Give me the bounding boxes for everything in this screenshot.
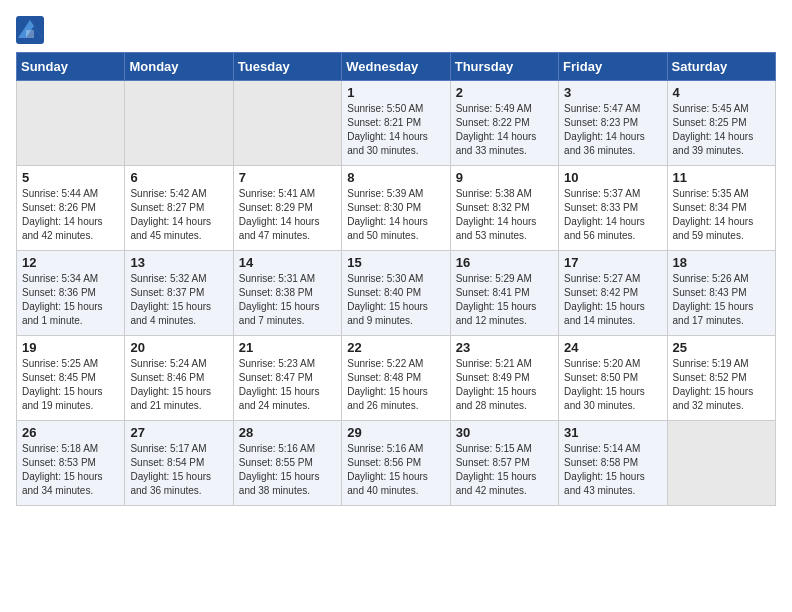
cell-content: Sunrise: 5:50 AM Sunset: 8:21 PM Dayligh… bbox=[347, 102, 444, 158]
day-number: 26 bbox=[22, 425, 119, 440]
header-day: Friday bbox=[559, 53, 667, 81]
cell-content: Sunrise: 5:24 AM Sunset: 8:46 PM Dayligh… bbox=[130, 357, 227, 413]
day-number: 8 bbox=[347, 170, 444, 185]
calendar-cell: 31Sunrise: 5:14 AM Sunset: 8:58 PM Dayli… bbox=[559, 421, 667, 506]
cell-content: Sunrise: 5:17 AM Sunset: 8:54 PM Dayligh… bbox=[130, 442, 227, 498]
calendar-cell: 5Sunrise: 5:44 AM Sunset: 8:26 PM Daylig… bbox=[17, 166, 125, 251]
calendar-cell: 15Sunrise: 5:30 AM Sunset: 8:40 PM Dayli… bbox=[342, 251, 450, 336]
calendar-cell: 26Sunrise: 5:18 AM Sunset: 8:53 PM Dayli… bbox=[17, 421, 125, 506]
day-number: 1 bbox=[347, 85, 444, 100]
calendar-cell: 3Sunrise: 5:47 AM Sunset: 8:23 PM Daylig… bbox=[559, 81, 667, 166]
calendar-week-row: 1Sunrise: 5:50 AM Sunset: 8:21 PM Daylig… bbox=[17, 81, 776, 166]
cell-content: Sunrise: 5:21 AM Sunset: 8:49 PM Dayligh… bbox=[456, 357, 553, 413]
calendar-cell bbox=[233, 81, 341, 166]
cell-content: Sunrise: 5:14 AM Sunset: 8:58 PM Dayligh… bbox=[564, 442, 661, 498]
day-number: 31 bbox=[564, 425, 661, 440]
day-number: 2 bbox=[456, 85, 553, 100]
calendar-cell bbox=[125, 81, 233, 166]
header-day: Monday bbox=[125, 53, 233, 81]
calendar-cell: 13Sunrise: 5:32 AM Sunset: 8:37 PM Dayli… bbox=[125, 251, 233, 336]
day-number: 25 bbox=[673, 340, 770, 355]
calendar-table: SundayMondayTuesdayWednesdayThursdayFrid… bbox=[16, 52, 776, 506]
cell-content: Sunrise: 5:30 AM Sunset: 8:40 PM Dayligh… bbox=[347, 272, 444, 328]
cell-content: Sunrise: 5:45 AM Sunset: 8:25 PM Dayligh… bbox=[673, 102, 770, 158]
day-number: 18 bbox=[673, 255, 770, 270]
day-number: 12 bbox=[22, 255, 119, 270]
day-number: 21 bbox=[239, 340, 336, 355]
cell-content: Sunrise: 5:41 AM Sunset: 8:29 PM Dayligh… bbox=[239, 187, 336, 243]
cell-content: Sunrise: 5:20 AM Sunset: 8:50 PM Dayligh… bbox=[564, 357, 661, 413]
calendar-cell: 6Sunrise: 5:42 AM Sunset: 8:27 PM Daylig… bbox=[125, 166, 233, 251]
header-day: Sunday bbox=[17, 53, 125, 81]
day-number: 23 bbox=[456, 340, 553, 355]
calendar-cell: 27Sunrise: 5:17 AM Sunset: 8:54 PM Dayli… bbox=[125, 421, 233, 506]
cell-content: Sunrise: 5:39 AM Sunset: 8:30 PM Dayligh… bbox=[347, 187, 444, 243]
cell-content: Sunrise: 5:16 AM Sunset: 8:55 PM Dayligh… bbox=[239, 442, 336, 498]
cell-content: Sunrise: 5:29 AM Sunset: 8:41 PM Dayligh… bbox=[456, 272, 553, 328]
cell-content: Sunrise: 5:47 AM Sunset: 8:23 PM Dayligh… bbox=[564, 102, 661, 158]
day-number: 4 bbox=[673, 85, 770, 100]
cell-content: Sunrise: 5:26 AM Sunset: 8:43 PM Dayligh… bbox=[673, 272, 770, 328]
cell-content: Sunrise: 5:27 AM Sunset: 8:42 PM Dayligh… bbox=[564, 272, 661, 328]
calendar-week-row: 12Sunrise: 5:34 AM Sunset: 8:36 PM Dayli… bbox=[17, 251, 776, 336]
calendar-cell: 9Sunrise: 5:38 AM Sunset: 8:32 PM Daylig… bbox=[450, 166, 558, 251]
day-number: 11 bbox=[673, 170, 770, 185]
day-number: 9 bbox=[456, 170, 553, 185]
calendar-cell: 20Sunrise: 5:24 AM Sunset: 8:46 PM Dayli… bbox=[125, 336, 233, 421]
calendar-cell: 12Sunrise: 5:34 AM Sunset: 8:36 PM Dayli… bbox=[17, 251, 125, 336]
calendar-cell: 17Sunrise: 5:27 AM Sunset: 8:42 PM Dayli… bbox=[559, 251, 667, 336]
header-day: Thursday bbox=[450, 53, 558, 81]
day-number: 28 bbox=[239, 425, 336, 440]
calendar-week-row: 5Sunrise: 5:44 AM Sunset: 8:26 PM Daylig… bbox=[17, 166, 776, 251]
calendar-cell: 14Sunrise: 5:31 AM Sunset: 8:38 PM Dayli… bbox=[233, 251, 341, 336]
calendar-cell: 7Sunrise: 5:41 AM Sunset: 8:29 PM Daylig… bbox=[233, 166, 341, 251]
cell-content: Sunrise: 5:16 AM Sunset: 8:56 PM Dayligh… bbox=[347, 442, 444, 498]
day-number: 19 bbox=[22, 340, 119, 355]
cell-content: Sunrise: 5:18 AM Sunset: 8:53 PM Dayligh… bbox=[22, 442, 119, 498]
calendar-week-row: 19Sunrise: 5:25 AM Sunset: 8:45 PM Dayli… bbox=[17, 336, 776, 421]
calendar-cell: 8Sunrise: 5:39 AM Sunset: 8:30 PM Daylig… bbox=[342, 166, 450, 251]
day-number: 30 bbox=[456, 425, 553, 440]
calendar-cell: 4Sunrise: 5:45 AM Sunset: 8:25 PM Daylig… bbox=[667, 81, 775, 166]
day-number: 17 bbox=[564, 255, 661, 270]
cell-content: Sunrise: 5:42 AM Sunset: 8:27 PM Dayligh… bbox=[130, 187, 227, 243]
header-day: Tuesday bbox=[233, 53, 341, 81]
header-day: Wednesday bbox=[342, 53, 450, 81]
cell-content: Sunrise: 5:32 AM Sunset: 8:37 PM Dayligh… bbox=[130, 272, 227, 328]
day-number: 20 bbox=[130, 340, 227, 355]
calendar-cell: 29Sunrise: 5:16 AM Sunset: 8:56 PM Dayli… bbox=[342, 421, 450, 506]
day-number: 29 bbox=[347, 425, 444, 440]
calendar-cell: 19Sunrise: 5:25 AM Sunset: 8:45 PM Dayli… bbox=[17, 336, 125, 421]
day-number: 7 bbox=[239, 170, 336, 185]
day-number: 13 bbox=[130, 255, 227, 270]
calendar-cell: 23Sunrise: 5:21 AM Sunset: 8:49 PM Dayli… bbox=[450, 336, 558, 421]
header-row: SundayMondayTuesdayWednesdayThursdayFrid… bbox=[17, 53, 776, 81]
cell-content: Sunrise: 5:38 AM Sunset: 8:32 PM Dayligh… bbox=[456, 187, 553, 243]
cell-content: Sunrise: 5:23 AM Sunset: 8:47 PM Dayligh… bbox=[239, 357, 336, 413]
cell-content: Sunrise: 5:37 AM Sunset: 8:33 PM Dayligh… bbox=[564, 187, 661, 243]
calendar-cell: 28Sunrise: 5:16 AM Sunset: 8:55 PM Dayli… bbox=[233, 421, 341, 506]
cell-content: Sunrise: 5:31 AM Sunset: 8:38 PM Dayligh… bbox=[239, 272, 336, 328]
calendar-cell: 1Sunrise: 5:50 AM Sunset: 8:21 PM Daylig… bbox=[342, 81, 450, 166]
calendar-cell: 11Sunrise: 5:35 AM Sunset: 8:34 PM Dayli… bbox=[667, 166, 775, 251]
calendar-cell: 24Sunrise: 5:20 AM Sunset: 8:50 PM Dayli… bbox=[559, 336, 667, 421]
day-number: 15 bbox=[347, 255, 444, 270]
calendar-cell: 21Sunrise: 5:23 AM Sunset: 8:47 PM Dayli… bbox=[233, 336, 341, 421]
calendar-cell: 30Sunrise: 5:15 AM Sunset: 8:57 PM Dayli… bbox=[450, 421, 558, 506]
calendar-cell: 18Sunrise: 5:26 AM Sunset: 8:43 PM Dayli… bbox=[667, 251, 775, 336]
cell-content: Sunrise: 5:35 AM Sunset: 8:34 PM Dayligh… bbox=[673, 187, 770, 243]
calendar-cell bbox=[17, 81, 125, 166]
day-number: 5 bbox=[22, 170, 119, 185]
day-number: 14 bbox=[239, 255, 336, 270]
page-header bbox=[16, 16, 776, 44]
svg-rect-3 bbox=[26, 30, 34, 38]
calendar-cell: 2Sunrise: 5:49 AM Sunset: 8:22 PM Daylig… bbox=[450, 81, 558, 166]
calendar-week-row: 26Sunrise: 5:18 AM Sunset: 8:53 PM Dayli… bbox=[17, 421, 776, 506]
day-number: 3 bbox=[564, 85, 661, 100]
logo bbox=[16, 16, 46, 44]
day-number: 22 bbox=[347, 340, 444, 355]
logo-icon bbox=[16, 16, 44, 44]
cell-content: Sunrise: 5:19 AM Sunset: 8:52 PM Dayligh… bbox=[673, 357, 770, 413]
calendar-cell bbox=[667, 421, 775, 506]
calendar-cell: 10Sunrise: 5:37 AM Sunset: 8:33 PM Dayli… bbox=[559, 166, 667, 251]
